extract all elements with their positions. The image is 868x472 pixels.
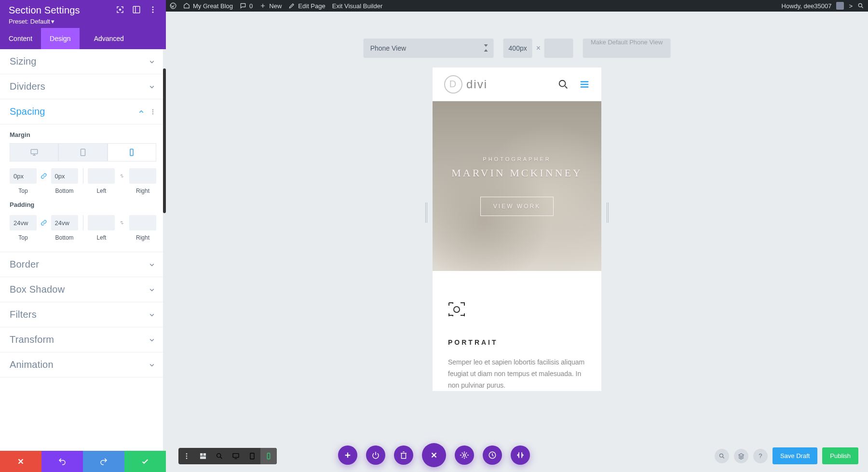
link-icon[interactable]	[41, 219, 47, 227]
preset-dropdown[interactable]: Preset: Default ▾	[9, 18, 157, 25]
site-logo[interactable]: D divi	[444, 75, 488, 94]
tablet-view-icon[interactable]	[244, 448, 260, 464]
zoom-small-icon[interactable]	[715, 449, 729, 463]
confirm-button[interactable]	[124, 451, 166, 472]
make-default-button[interactable]: Make Default Phone View	[583, 39, 670, 58]
margin-left-input[interactable]	[88, 168, 115, 184]
device-phone[interactable]	[108, 143, 156, 162]
layout-icon[interactable]	[132, 5, 141, 16]
chevron-down-icon	[148, 285, 156, 294]
margin-bottom-input[interactable]	[51, 168, 78, 184]
padding-bottom-input[interactable]	[51, 215, 78, 230]
kebab-icon[interactable]	[149, 108, 156, 115]
chevron-down-icon	[148, 361, 156, 369]
undo-button[interactable]	[41, 451, 83, 472]
margin-row: Top Bottom Left Right	[10, 168, 156, 194]
svg-point-5	[152, 109, 153, 110]
resize-handle-right[interactable]	[607, 202, 609, 223]
section-border[interactable]: Border	[0, 252, 166, 277]
focus-icon[interactable]	[116, 5, 124, 16]
margin-right-input[interactable]	[129, 168, 156, 184]
power-icon[interactable]	[366, 445, 385, 465]
resize-handle-left[interactable]	[425, 202, 427, 223]
help-icon[interactable]: ?	[753, 449, 768, 463]
hero-title: MARVIN MCKINNEY	[451, 167, 583, 179]
padding-top-input[interactable]	[10, 215, 37, 230]
kebab-icon[interactable]	[149, 5, 157, 16]
margin-top-input[interactable]	[10, 168, 37, 184]
section-dividers[interactable]: Dividers	[0, 74, 166, 99]
site-link[interactable]: My Great Blog	[183, 2, 233, 10]
save-draft-button[interactable]: Save Draft	[773, 447, 817, 464]
svg-rect-10	[130, 149, 133, 156]
section-spacing[interactable]: Spacing	[0, 99, 166, 124]
padding-left-input[interactable]	[88, 215, 115, 230]
width-input[interactable]	[503, 39, 532, 58]
padding-right-input[interactable]	[129, 215, 156, 230]
tab-design[interactable]: Design	[41, 28, 80, 49]
chevron-down-icon	[148, 260, 156, 269]
wireframe-icon[interactable]	[195, 448, 211, 464]
history-icon[interactable]	[483, 445, 502, 465]
svg-point-0	[119, 8, 122, 11]
publish-button[interactable]: Publish	[822, 447, 858, 464]
hero-cta-button[interactable]: VIEW WORK	[480, 197, 554, 216]
svg-point-27	[719, 454, 723, 457]
howdy-text[interactable]: Howdy, dee35007	[782, 2, 832, 10]
delete-icon[interactable]	[394, 445, 413, 465]
redo-button[interactable]	[83, 451, 124, 472]
height-input[interactable]	[544, 39, 573, 58]
main-canvas: My Great Blog 0 New Edit Page Exit Visua…	[166, 0, 868, 472]
comments-link[interactable]: 0	[240, 2, 253, 10]
phone-header: D divi	[433, 67, 601, 101]
tab-advanced[interactable]: Advanced	[85, 28, 133, 49]
svg-rect-24	[267, 453, 270, 459]
zoom-icon[interactable]	[211, 448, 228, 464]
device-tablet[interactable]	[58, 143, 107, 162]
tab-content[interactable]: Content	[0, 28, 41, 49]
device-desktop[interactable]	[10, 143, 58, 162]
svg-point-12	[858, 3, 862, 7]
svg-point-25	[463, 454, 466, 457]
device-toggle	[10, 143, 156, 162]
layers-small-icon[interactable]	[734, 449, 748, 463]
search-icon[interactable]	[857, 2, 864, 9]
hero-subtitle: PHOTOGRAPHER	[483, 156, 551, 162]
menu-icon[interactable]	[579, 79, 590, 90]
section-sizing[interactable]: Sizing	[0, 49, 166, 74]
close-icon[interactable]	[422, 443, 446, 467]
svg-rect-22	[233, 454, 239, 458]
layers-icon[interactable]	[511, 445, 530, 465]
phone-view-icon[interactable]	[260, 448, 277, 464]
exit-builder-link[interactable]: Exit Visual Builder	[332, 2, 383, 10]
sidebar-header: Section Settings Preset: Default ▾	[0, 0, 166, 28]
svg-point-21	[217, 454, 221, 458]
section-transform[interactable]: Transform	[0, 327, 166, 352]
section-boxshadow[interactable]: Box Shadow	[0, 277, 166, 302]
close-button[interactable]	[0, 451, 41, 472]
content-section: PORTRAIT Semper leo et sapien lobortis f…	[433, 271, 601, 391]
add-button[interactable]	[338, 445, 357, 465]
mode-toolbar	[178, 448, 277, 464]
section-filters[interactable]: Filters	[0, 302, 166, 327]
desktop-view-icon[interactable]	[228, 448, 244, 464]
section-animation[interactable]: Animation	[0, 352, 166, 378]
unlink-icon[interactable]	[119, 219, 125, 227]
chevron-down-icon	[148, 336, 156, 344]
search-icon[interactable]	[558, 79, 569, 90]
avatar[interactable]	[836, 2, 844, 10]
gear-icon[interactable]	[455, 445, 474, 465]
view-mode-select[interactable]: Phone View	[364, 39, 494, 58]
link-icon[interactable]	[41, 172, 47, 180]
svg-point-16	[186, 456, 188, 457]
wp-logo[interactable]	[170, 2, 176, 9]
edit-page-link[interactable]: Edit Page	[288, 2, 325, 10]
sidebar-footer	[0, 451, 166, 472]
more-icon[interactable]	[178, 448, 195, 464]
svg-rect-23	[250, 453, 254, 459]
unlink-icon[interactable]	[119, 172, 125, 180]
new-link[interactable]: New	[259, 2, 282, 10]
logo-icon: D	[444, 75, 462, 94]
chevron-down-icon	[148, 82, 156, 91]
svg-rect-19	[203, 453, 206, 456]
